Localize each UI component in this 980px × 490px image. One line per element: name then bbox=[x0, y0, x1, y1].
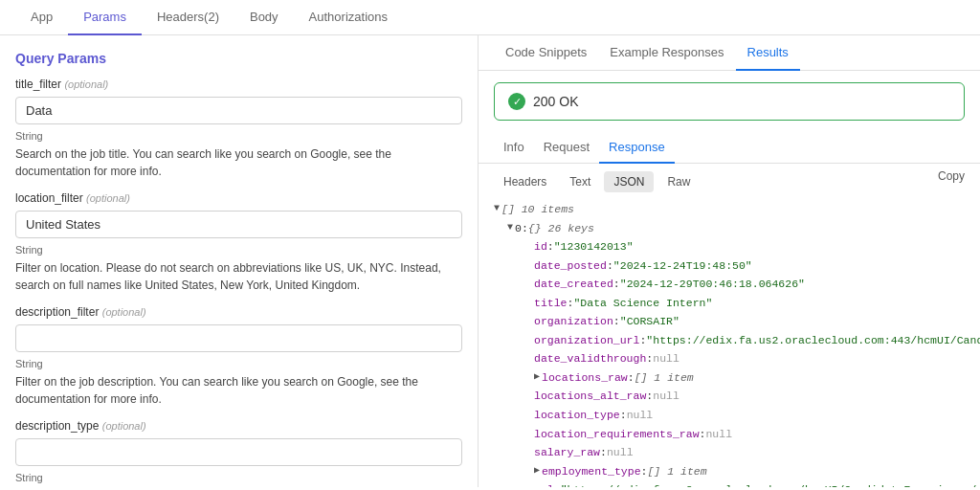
status-ok-icon: ✓ bbox=[508, 93, 525, 110]
format-tab-bar: Headers Text JSON Raw bbox=[479, 164, 980, 200]
section-title: Query Params bbox=[15, 51, 462, 66]
location-filter-desc: Filter on location. Please do not search… bbox=[15, 259, 462, 294]
title-filter-type: String bbox=[15, 130, 462, 142]
tab-code-snippets[interactable]: Code Snippets bbox=[494, 35, 598, 71]
status-box: ✓ 200 OK bbox=[494, 82, 965, 121]
description-filter-type: String bbox=[15, 358, 462, 369]
toggle-employment-type[interactable]: ▶ bbox=[534, 462, 540, 479]
tab-body[interactable]: Body bbox=[234, 0, 294, 35]
tab-headers[interactable]: Headers(2) bbox=[142, 0, 234, 35]
right-panel: Code Snippets Example Responses Results … bbox=[479, 35, 980, 487]
param-label-description-type: description_type (optional) bbox=[15, 419, 462, 433]
left-panel: Query Params title_filter (optional) Str… bbox=[0, 35, 479, 487]
json-root: ▼ [] 10 items bbox=[494, 200, 965, 219]
top-tab-bar: App Params Headers(2) Body Authorization… bbox=[0, 0, 980, 35]
location-filter-type: String bbox=[15, 244, 462, 256]
format-tab-headers[interactable]: Headers bbox=[494, 171, 556, 192]
tab-params[interactable]: Params bbox=[68, 0, 142, 35]
status-text: 200 OK bbox=[533, 94, 578, 109]
toggle-root[interactable]: ▼ bbox=[494, 200, 500, 216]
description-filter-input[interactable] bbox=[15, 324, 462, 352]
json-area: Copy ▼ [] 10 items ▼ 0: {} 26 keys id: "… bbox=[479, 200, 980, 487]
tab-example-responses[interactable]: Example Responses bbox=[598, 35, 735, 71]
title-filter-desc: Search on the job title. You can search … bbox=[15, 145, 462, 180]
description-type-input[interactable] bbox=[15, 438, 462, 466]
right-tab-bar: Code Snippets Example Responses Results bbox=[479, 35, 980, 71]
copy-button[interactable]: Copy bbox=[938, 169, 965, 183]
description-filter-desc: Filter on the job description. You can s… bbox=[15, 373, 462, 408]
description-type-type: String bbox=[15, 472, 462, 483]
format-tab-json[interactable]: JSON bbox=[604, 171, 654, 192]
format-tab-raw[interactable]: Raw bbox=[657, 171, 700, 192]
tab-app[interactable]: App bbox=[15, 0, 68, 35]
format-tab-text[interactable]: Text bbox=[560, 171, 600, 192]
param-label-title-filter: title_filter (optional) bbox=[15, 78, 462, 91]
param-label-location-filter: location_filter (optional) bbox=[15, 191, 462, 205]
sub-tab-bar: Info Request Response bbox=[479, 132, 980, 164]
main-layout: Query Params title_filter (optional) Str… bbox=[0, 35, 980, 487]
tab-results[interactable]: Results bbox=[736, 35, 800, 71]
sub-tab-response[interactable]: Response bbox=[599, 132, 675, 164]
param-label-description-filter: description_filter (optional) bbox=[15, 305, 462, 319]
sub-tab-request[interactable]: Request bbox=[534, 132, 599, 164]
title-filter-input[interactable] bbox=[15, 97, 462, 124]
toggle-item0[interactable]: ▼ bbox=[507, 219, 513, 235]
sub-tab-info[interactable]: Info bbox=[494, 132, 534, 164]
toggle-locations-raw[interactable]: ▶ bbox=[534, 368, 540, 385]
location-filter-input[interactable] bbox=[15, 211, 462, 238]
tab-authorizations[interactable]: Authorizations bbox=[294, 0, 403, 35]
